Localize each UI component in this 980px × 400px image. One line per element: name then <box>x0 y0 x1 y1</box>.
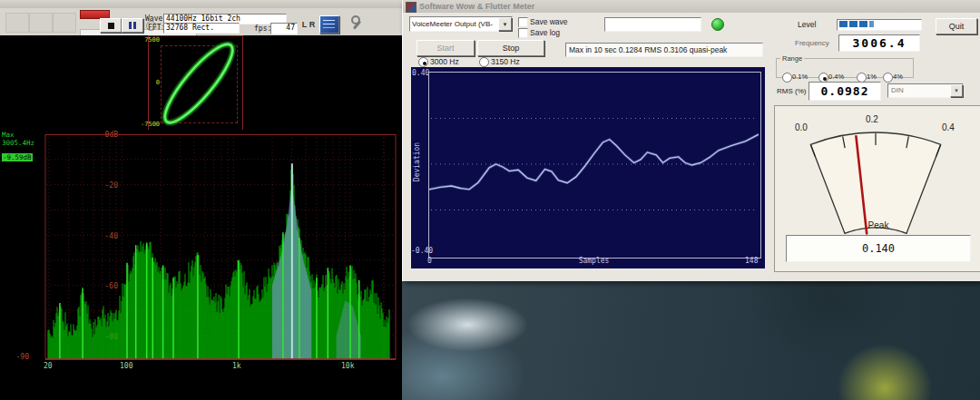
desktop: Wave: 44100Hz 16bit 2ch FFT: 32768 Rect.… <box>0 0 980 400</box>
spectrum-y-90: -90 <box>7 353 29 361</box>
toolbar-ghost-button-1[interactable] <box>5 13 29 33</box>
gauge-label-04: 0.4 <box>942 122 955 132</box>
save-wave-checkbox[interactable] <box>518 17 528 27</box>
comment-field[interactable] <box>604 17 701 32</box>
radio-3150hz-label: 3150 Hz <box>491 57 520 66</box>
spectrum-panel: Max 3005.4Hz -9.59dB 0dB -20 -40 -60 -80… <box>0 130 402 372</box>
max-frequency: 3005.4Hz <box>2 139 47 147</box>
weighting-select[interactable]: DIN ▼ <box>887 83 964 98</box>
frequency-display: 3006.4 <box>838 34 920 52</box>
graph-xmax: 148 <box>745 257 758 265</box>
graph-xlabel: Samples <box>428 257 760 265</box>
deviation-graph-panel: 0.40 -0.40 Deviation 0 Samples 148 <box>411 67 765 268</box>
fps-value: 47 <box>270 23 298 34</box>
quit-button[interactable]: Quit <box>936 18 977 34</box>
peak-value-box: 0.140 <box>786 235 971 262</box>
range-1-label: 1% <box>867 73 877 81</box>
lissajous-figure <box>150 36 240 129</box>
save-wave-label: Save wave <box>530 17 568 26</box>
weighting-arrow[interactable]: ▼ <box>950 84 963 97</box>
wavespectra-toolbar: Wave: 44100Hz 16bit 2ch FFT: 32768 Rect.… <box>0 8 402 36</box>
device-select-arrow[interactable]: ▼ <box>498 17 512 31</box>
peak-value: 0.140 <box>787 242 970 255</box>
level-label: Level <box>798 20 816 29</box>
spectrum-x-20: 20 <box>44 362 53 370</box>
save-log-checkbox[interactable] <box>518 28 528 38</box>
range-legend: Range <box>780 54 804 63</box>
stop-icon <box>108 23 114 29</box>
peak-meter-panel: 0.0 0.2 0.4 Peak 0.140 <box>774 105 980 272</box>
wavespectra-titlebar[interactable] <box>0 0 402 8</box>
weighting-value: DIN <box>891 86 904 94</box>
gauge-label-02: 0.2 <box>866 114 878 124</box>
range-4-label: 4% <box>893 73 903 81</box>
wavespectra-window: Wave: 44100Hz 16bit 2ch FFT: 32768 Rect.… <box>0 0 402 400</box>
status-box: Max in 10 sec 0.1284 RMS 0.3106 quasi-pe… <box>565 43 763 57</box>
range-radio-4[interactable] <box>883 73 893 83</box>
stop-button[interactable] <box>100 18 122 33</box>
save-log-label: Save log <box>530 28 560 37</box>
settings-wrench-icon[interactable] <box>350 15 365 32</box>
radio-3000hz[interactable] <box>418 57 428 67</box>
device-select-value: VoiceMeeter Output (VB- <box>412 20 497 28</box>
spectrum-max-readout: Max 3005.4Hz -9.59dB <box>2 131 47 163</box>
rms-label: RMS (%) <box>777 87 806 95</box>
pause-icon <box>129 22 132 29</box>
spectrum-x-100: 100 <box>120 362 132 370</box>
level-segment <box>839 21 848 27</box>
device-select[interactable]: VoiceMeeter Output (VB- ▼ <box>409 16 513 32</box>
spectrogram-icon[interactable] <box>319 15 339 34</box>
window-title: Software Wow & Flutter Meter <box>419 2 534 11</box>
channel-lr-button[interactable]: L R <box>299 17 318 31</box>
app-icon <box>406 2 416 13</box>
spectrum-plot <box>44 134 397 361</box>
signal-led <box>711 18 724 31</box>
fft-info-value: 32768 Rect. <box>163 23 240 34</box>
range-radio-01[interactable] <box>782 73 792 83</box>
range-01-label: 0.1% <box>792 73 808 81</box>
toolbar-ghost-button-2[interactable] <box>29 13 53 33</box>
desktop-wallpaper <box>402 281 980 400</box>
stop-button-wnf[interactable]: Stop <box>477 40 544 56</box>
pause-button[interactable] <box>122 18 143 33</box>
spectrum-x-10k: 10k <box>341 362 354 370</box>
range-04-label: 0.4% <box>828 73 844 81</box>
lissajous-panel: 7500 0 -7500 <box>0 35 402 130</box>
max-db: -9.59dB <box>2 153 33 161</box>
wow-flutter-window: Software Wow & Flutter Meter VoiceMeeter… <box>402 0 980 281</box>
spectrum-x-1k: 1k <box>232 362 241 370</box>
frequency-label: Frequency <box>795 39 829 47</box>
wow-flutter-titlebar[interactable]: Software Wow & Flutter Meter <box>403 0 980 13</box>
gauge-label-0: 0.0 <box>795 122 808 132</box>
deviation-trace <box>429 73 759 256</box>
toolbar-ghost-button-3[interactable] <box>53 13 76 33</box>
start-button[interactable]: Start <box>416 40 475 56</box>
rms-display: 0.0982 <box>808 82 881 101</box>
radio-3000hz-label: 3000 Hz <box>430 57 459 66</box>
radio-3150hz[interactable] <box>479 57 489 67</box>
fps-label: fps: <box>254 24 271 33</box>
max-label: Max <box>2 131 47 139</box>
level-bar <box>837 19 922 31</box>
graph-ymax: 0.40 <box>412 69 429 77</box>
graph-ylabel: Deviation <box>413 135 421 190</box>
status-text: Max in 10 sec 0.1284 RMS 0.3106 quasi-pe… <box>569 45 727 54</box>
range-group: Range 0.1% 0.4% 1% 4% <box>776 54 914 78</box>
peak-label: Peak <box>775 220 980 230</box>
